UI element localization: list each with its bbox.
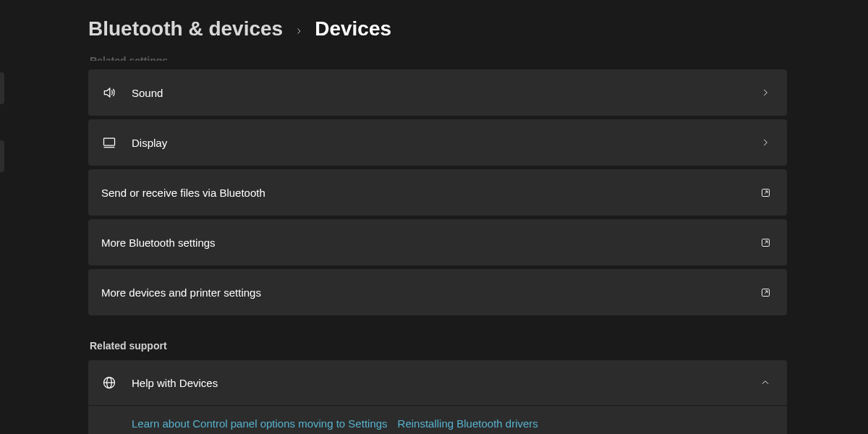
section-heading-related-settings: Related settings: [88, 55, 787, 61]
settings-item-display[interactable]: Display: [88, 119, 787, 166]
page-title: Devices: [315, 17, 391, 41]
settings-item-label: More devices and printer settings: [101, 286, 758, 299]
external-link-icon: [758, 187, 773, 198]
related-settings-list: Sound Display Send or receive files via …: [88, 69, 787, 315]
globe-icon: [101, 375, 117, 390]
chevron-right-icon: [758, 137, 773, 148]
external-link-icon: [758, 287, 773, 298]
breadcrumb-parent[interactable]: Bluetooth & devices: [88, 17, 283, 41]
settings-item-bluetooth-files[interactable]: Send or receive files via Bluetooth: [88, 169, 787, 216]
chevron-right-icon: [294, 22, 303, 39]
settings-item-label: More Bluetooth settings: [101, 237, 758, 249]
sidebar-item-fragment: [0, 72, 4, 104]
breadcrumb: Bluetooth & devices Devices: [88, 0, 787, 58]
chevron-right-icon: [758, 88, 773, 98]
support-link[interactable]: Reinstalling Bluetooth drivers: [398, 417, 538, 430]
svg-rect-0: [104, 138, 115, 145]
sidebar-item-fragment: [0, 140, 4, 172]
settings-item-more-devices[interactable]: More devices and printer settings: [88, 269, 787, 315]
chevron-up-icon: [758, 378, 773, 388]
support-links: Learn about Control panel options moving…: [88, 405, 787, 434]
support-card: Help with Devices Learn about Control pa…: [88, 360, 787, 434]
settings-item-sound[interactable]: Sound: [88, 69, 787, 116]
external-link-icon: [758, 237, 773, 248]
settings-item-label: Display: [132, 137, 758, 149]
speaker-icon: [101, 85, 117, 100]
settings-item-more-bluetooth[interactable]: More Bluetooth settings: [88, 219, 787, 265]
display-icon: [101, 135, 117, 150]
section-heading-related-support: Related support: [88, 340, 787, 352]
support-expander-header[interactable]: Help with Devices: [88, 360, 787, 405]
support-title: Help with Devices: [132, 377, 758, 389]
settings-item-label: Sound: [132, 87, 758, 99]
settings-item-label: Send or receive files via Bluetooth: [101, 187, 758, 199]
support-link[interactable]: Learn about Control panel options moving…: [132, 417, 388, 430]
